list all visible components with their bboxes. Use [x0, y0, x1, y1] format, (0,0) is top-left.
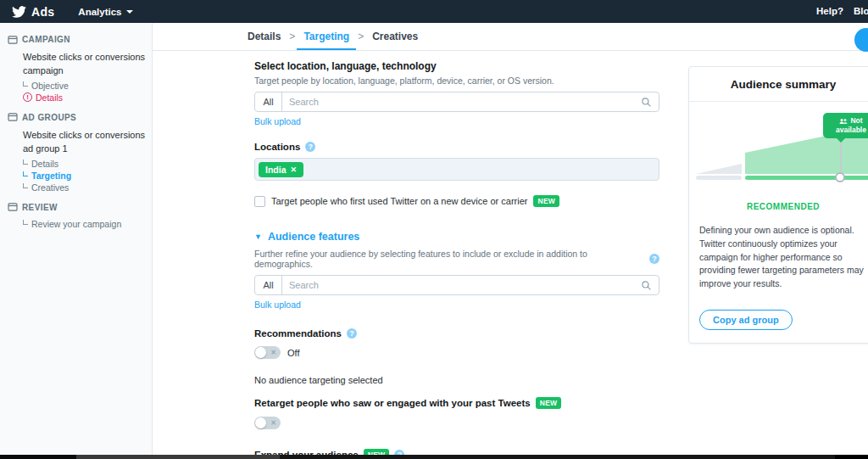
- recommended-label: RECOMMENDED: [689, 202, 868, 211]
- help-link[interactable]: Help?: [816, 6, 843, 16]
- audience-size-tooltip: Not available: [823, 113, 868, 138]
- toggle-off-icon: ✕: [270, 417, 276, 429]
- tree-branch-icon: [23, 160, 28, 165]
- taskbar-segment: [0, 455, 76, 459]
- bottom-taskbar-edge: [0, 455, 868, 459]
- features-search-input[interactable]: [282, 276, 641, 294]
- campaign-card-icon: [8, 36, 18, 44]
- creatives-label: Creatives: [31, 182, 69, 193]
- audience-summary-description: Defining your own audience is optional. …: [699, 224, 867, 291]
- sidebar-section-campaign: CAMPAIGN Website clicks or conversions c…: [8, 35, 145, 103]
- sidebar-item-objective[interactable]: Objective: [23, 81, 145, 91]
- chart-green-bar[interactable]: [745, 176, 868, 180]
- objective-label: Objective: [31, 81, 69, 91]
- sidebar-item-campaign-name[interactable]: Website clicks or conversions campaign: [23, 51, 152, 78]
- location-bulk-upload-link[interactable]: Bulk upload: [254, 116, 301, 126]
- chevron-down-icon: [126, 10, 133, 14]
- new-device-checkbox[interactable]: [254, 196, 265, 207]
- location-search-all-button[interactable]: All: [255, 92, 282, 111]
- location-tag-india[interactable]: India ✕: [259, 162, 303, 177]
- retarget-label: Retarget people who saw or engaged with …: [254, 398, 531, 408]
- recommendations-help-icon[interactable]: ?: [347, 328, 357, 339]
- review-section-header: REVIEW: [8, 203, 145, 212]
- sidebar-item-ad-group-details[interactable]: Details: [23, 159, 145, 169]
- audience-summary-title: Audience summary: [689, 67, 868, 102]
- new-device-checkbox-label: Target people who first used Twitter on …: [271, 196, 527, 206]
- recommendations-toggle-state: Off: [287, 348, 299, 358]
- new-badge: NEW: [364, 449, 390, 455]
- analytics-menu-label: Analytics: [78, 7, 121, 17]
- features-search-box: All: [254, 275, 659, 295]
- locations-help-icon[interactable]: ?: [305, 142, 315, 152]
- features-bulk-upload-link[interactable]: Bulk upload: [254, 299, 301, 310]
- sidebar-section-review: REVIEW Review your campaign: [8, 203, 145, 229]
- analytics-menu[interactable]: Analytics: [78, 7, 132, 17]
- breadcrumb: Details > Targeting > Creatives: [153, 23, 868, 51]
- campaign-section-header: CAMPAIGN: [8, 35, 145, 44]
- toggle-thumb: [255, 417, 266, 428]
- new-badge: NEW: [533, 195, 559, 207]
- location-search-box: All: [254, 92, 659, 112]
- audience-features-help-icon[interactable]: ?: [649, 254, 659, 264]
- location-section-title: Select location, language, technology: [254, 60, 659, 72]
- blog-link[interactable]: Blog: [854, 6, 868, 16]
- review-header-label: REVIEW: [22, 203, 58, 212]
- recommendations-label: Recommendations: [254, 328, 342, 339]
- copy-ad-group-button[interactable]: Copy ad group: [699, 310, 793, 330]
- campaign-header-label: CAMPAIGN: [22, 35, 70, 44]
- targeting-form: Select location, language, technology Ta…: [254, 60, 659, 455]
- location-tag-label: India: [265, 165, 287, 175]
- no-audience-text: No audience targeting selected: [254, 375, 659, 385]
- tab-creatives[interactable]: Creatives: [372, 31, 418, 42]
- sidebar-item-ad-group-name[interactable]: Website clicks or conversions ad group 1: [23, 129, 152, 156]
- taskbar-segment: [835, 455, 868, 459]
- breadcrumb-separator: >: [289, 31, 295, 42]
- sidebar-item-review-campaign[interactable]: Review your campaign: [23, 219, 145, 229]
- location-search-input[interactable]: [282, 92, 641, 111]
- search-icon: [641, 92, 659, 111]
- caret-down-icon: ▼: [254, 232, 262, 241]
- search-icon: [641, 276, 659, 294]
- review-campaign-label: Review your campaign: [31, 219, 121, 229]
- audience-summary-card: Audience summary Not available RECOMMEND…: [688, 66, 868, 344]
- ad-group-details-label: Details: [31, 159, 58, 169]
- new-badge: NEW: [536, 397, 562, 409]
- targeting-label: Targeting: [31, 171, 71, 181]
- remove-tag-icon[interactable]: ✕: [291, 165, 298, 174]
- chart-slider-handle[interactable]: [835, 172, 845, 182]
- sidebar: CAMPAIGN Website clicks or conversions c…: [0, 23, 153, 455]
- selected-locations-box: India ✕: [254, 158, 659, 181]
- twitter-bird-icon: [12, 6, 26, 18]
- ad-groups-card-icon: [8, 113, 18, 121]
- new-device-checkbox-row: Target people who first used Twitter on …: [254, 195, 659, 207]
- brand-name: Ads: [31, 5, 54, 19]
- twitter-ads-logo[interactable]: Ads: [0, 5, 54, 19]
- tooltip-text-line2: available: [826, 126, 868, 135]
- audience-features-header[interactable]: ▼ Audience features: [254, 231, 659, 243]
- retarget-toggle[interactable]: ✕: [254, 417, 281, 429]
- toggle-thumb: [255, 347, 266, 358]
- toggle-off-icon: ✕: [270, 346, 276, 359]
- ad-groups-header-label: AD GROUPS: [22, 113, 76, 122]
- features-search-all-button[interactable]: All: [255, 276, 282, 294]
- sidebar-item-targeting[interactable]: Targeting: [23, 171, 145, 181]
- location-section-subtitle: Target people by location, language, pla…: [254, 76, 659, 86]
- sidebar-item-campaign-details[interactable]: ! Details: [23, 92, 145, 103]
- taskbar-segment: [76, 455, 280, 459]
- tab-details[interactable]: Details: [248, 31, 281, 42]
- tree-branch-icon: [23, 220, 28, 225]
- tab-targeting[interactable]: Targeting: [303, 31, 349, 42]
- sidebar-section-ad-groups: AD GROUPS Website clicks or conversions …: [8, 113, 145, 193]
- ad-groups-section-header: AD GROUPS: [8, 113, 145, 122]
- chart-gray-wedge: [696, 164, 742, 174]
- sidebar-item-creatives[interactable]: Creatives: [23, 182, 145, 193]
- tree-branch-icon: [23, 183, 28, 188]
- chart-gray-bar: [696, 176, 742, 180]
- tooltip-text-line1: Not: [850, 116, 862, 126]
- campaign-details-label: Details: [36, 92, 63, 103]
- tree-branch-icon: [23, 81, 28, 87]
- warning-icon: !: [23, 92, 32, 102]
- recommendations-toggle[interactable]: ✕: [254, 346, 281, 359]
- breadcrumb-separator: >: [358, 31, 364, 42]
- people-icon: [839, 118, 848, 125]
